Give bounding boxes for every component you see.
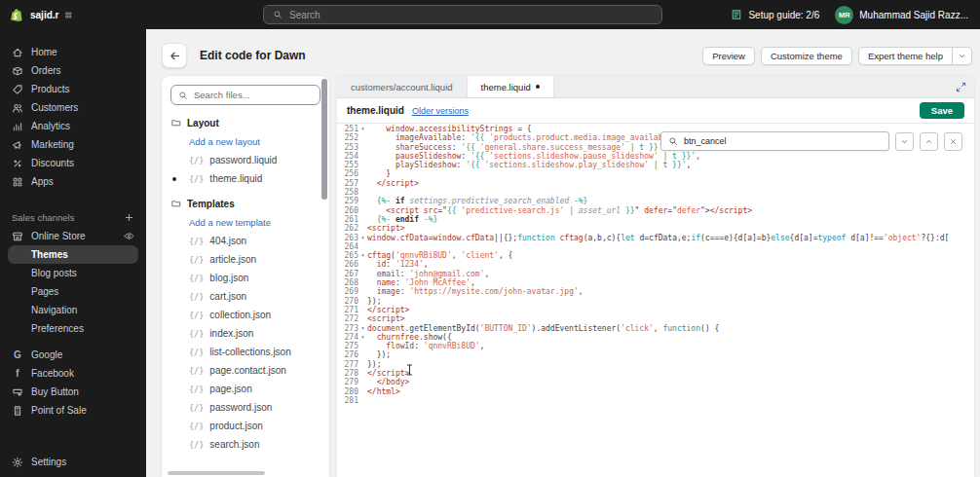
code-line[interactable]: 254 pauseSlideshow: '{{ 'sections.slides…	[337, 152, 974, 161]
sidebar-item-facebook[interactable]: fFacebook	[0, 364, 146, 383]
sidebar-item-home[interactable]: Home	[0, 43, 146, 61]
preview-button[interactable]: Preview	[702, 47, 755, 65]
code-line[interactable]: 280</html>	[337, 387, 974, 396]
user-menu[interactable]: MR Muhammad Sajid Razz...	[835, 6, 968, 24]
older-versions-link[interactable]: Older versions	[412, 106, 469, 116]
sidebar-item-discounts[interactable]: Discounts	[0, 154, 146, 172]
code-text: </script>	[367, 179, 419, 188]
file-item-article-json[interactable]: {/}article.json	[162, 250, 329, 269]
sidebar-item-google[interactable]: GGoogle	[0, 346, 146, 364]
find-widget: btn_cancel	[660, 131, 962, 151]
topbar: sajid.r Search Setup guide: 2/6 MR Muham…	[0, 0, 980, 29]
fold-marker[interactable]: ▾	[358, 125, 367, 133]
sidebar-item-settings[interactable]: Settings	[0, 453, 146, 471]
file-item-page-contact-json[interactable]: {/}page.contact.json	[162, 361, 329, 380]
code-line[interactable]: 268 name: 'John McAffee',	[337, 278, 974, 287]
file-item-password-json[interactable]: {/}password.json	[162, 398, 329, 417]
code-line[interactable]: 274▾ churnfree.show({	[337, 333, 974, 342]
code-line[interactable]: 255 playSlideshow: '{{ 'sections.slidesh…	[337, 161, 974, 169]
sidebar-item-navigation[interactable]: Navigation	[0, 301, 146, 319]
code-line[interactable]: 258	[337, 188, 974, 197]
code-line[interactable]: 272<script>	[337, 314, 974, 323]
view-store-eye-icon[interactable]	[124, 231, 134, 241]
code-line[interactable]: 256 }	[337, 169, 974, 178]
find-close-button[interactable]	[944, 132, 962, 151]
add-link-templates[interactable]: Add a new template	[162, 213, 329, 232]
sidebar-item-preferences[interactable]: Preferences	[0, 319, 146, 338]
file-item-404-json[interactable]: {/}404.json	[162, 232, 329, 250]
fold-marker[interactable]: ▾	[358, 324, 367, 333]
current-file-name: theme.liquid	[347, 105, 404, 116]
code-line[interactable]: 278</script>	[337, 369, 974, 378]
setup-guide-button[interactable]: Setup guide: 2/6	[731, 9, 819, 20]
sidebar-item-orders[interactable]: Orders	[0, 61, 146, 80]
code-line[interactable]: 275 flowId: 'qnnvRBi8UD',	[337, 342, 974, 350]
file-item-collection-json[interactable]: {/}collection.json	[162, 306, 329, 324]
find-next-button[interactable]	[895, 132, 914, 151]
sidebar-item-buy-button[interactable]: Buy Button	[0, 383, 146, 401]
file-item-password-liquid[interactable]: {/}password.liquid	[162, 151, 329, 169]
code-line[interactable]: 271</script>	[337, 306, 974, 314]
code-line[interactable]: 259 {%- if settings.predictive_search_en…	[337, 197, 974, 205]
file-item-blog-json[interactable]: {/}blog.json	[162, 269, 329, 287]
code-line[interactable]: 270});	[337, 297, 974, 306]
file-item-cart-json[interactable]: {/}cart.json	[162, 287, 329, 306]
expand-editor-icon[interactable]	[956, 82, 966, 92]
code-line[interactable]: 267 email: 'john@gmail.com',	[337, 270, 974, 278]
code-line[interactable]: 277});	[337, 360, 974, 369]
code-line[interactable]: 281	[337, 396, 974, 405]
expert-theme-help-button[interactable]: Expert theme help	[858, 47, 953, 65]
expert-theme-help-caret-button[interactable]	[953, 47, 972, 65]
code-line[interactable]: 257 </script>	[337, 179, 974, 188]
section-header-layout[interactable]: Layout	[162, 113, 329, 132]
customize-theme-button[interactable]: Customize theme	[761, 47, 852, 65]
sidebar-item-apps[interactable]: Apps	[0, 172, 146, 191]
sidebar-item-analytics[interactable]: Analytics	[0, 117, 146, 135]
file-item-theme-liquid[interactable]: {/}theme.liquid	[162, 169, 329, 188]
code-editor[interactable]: 251▾ window.accessibilityStrings = {252 …	[337, 124, 974, 477]
global-search-input[interactable]: Search	[263, 5, 662, 24]
back-button[interactable]	[162, 43, 187, 68]
fold-marker	[358, 378, 367, 386]
code-line[interactable]: 266 id: '1234',	[337, 260, 974, 269]
code-line[interactable]: 276 });	[337, 350, 974, 359]
sidebar-item-themes[interactable]: Themes	[8, 245, 138, 264]
save-button[interactable]: Save	[920, 102, 964, 119]
sidebar-item-blog-posts[interactable]: Blog posts	[0, 264, 146, 282]
code-line[interactable]: 269 image: 'https://mysite.com/john-avat…	[337, 287, 974, 296]
add-link-layout[interactable]: Add a new layout	[162, 132, 329, 151]
tab-theme-liquid[interactable]: theme.liquid	[468, 76, 554, 97]
file-panel-scrollbar[interactable]	[321, 79, 327, 200]
tab-customers-account-liquid[interactable]: customers/account.liquid	[337, 76, 468, 97]
sidebar-item-pages[interactable]: Pages	[0, 282, 146, 301]
file-item-page-json[interactable]: {/}page.json	[162, 380, 329, 398]
code-line[interactable]: 261 {%- endif -%}	[337, 215, 974, 224]
find-input[interactable]: btn_cancel	[660, 131, 889, 151]
file-search-input[interactable]: Search files...	[170, 85, 320, 105]
file-panel-horizontal-scrollbar[interactable]	[168, 471, 265, 475]
file-item-product-json[interactable]: {/}product.json	[162, 417, 329, 435]
file-item-index-json[interactable]: {/}index.json	[162, 324, 329, 343]
fold-marker[interactable]: ▾	[358, 333, 367, 342]
fold-marker[interactable]: ▾	[358, 234, 367, 242]
add-sales-channel-button[interactable]	[124, 212, 134, 223]
section-header-templates[interactable]: Templates	[162, 194, 329, 213]
sidebar-item-marketing[interactable]: Marketing	[0, 135, 146, 154]
file-item-search-json[interactable]: {/}search.json	[162, 435, 329, 454]
sidebar-item-point-of-sale[interactable]: Point of Sale	[0, 401, 146, 420]
find-prev-button[interactable]	[920, 132, 938, 151]
code-line[interactable]: 279 </body>	[337, 378, 974, 386]
store-switcher[interactable]: sajid.r	[0, 8, 83, 22]
code-line[interactable]: 264	[337, 242, 974, 251]
code-line[interactable]: 273▾document.getElementById('BUTTON_ID')…	[337, 324, 974, 333]
code-line[interactable]: 260 <script src="{{ 'predictive-search.j…	[337, 206, 974, 215]
line-number: 251	[337, 125, 358, 133]
sidebar-item-online-store[interactable]: Online Store	[0, 227, 146, 245]
sidebar-item-products[interactable]: Products	[0, 80, 146, 98]
code-line[interactable]: 263▾window.cfData=window.cfData||{};func…	[337, 234, 974, 242]
sidebar-item-customers[interactable]: Customers	[0, 98, 146, 117]
code-line[interactable]: 262<script>	[337, 224, 974, 233]
code-line[interactable]: 265▾cftag('qnnvRBi8UD', 'client', {	[337, 251, 974, 260]
file-item-list-collections-json[interactable]: {/}list-collections.json	[162, 343, 329, 361]
fold-marker[interactable]: ▾	[358, 251, 367, 260]
